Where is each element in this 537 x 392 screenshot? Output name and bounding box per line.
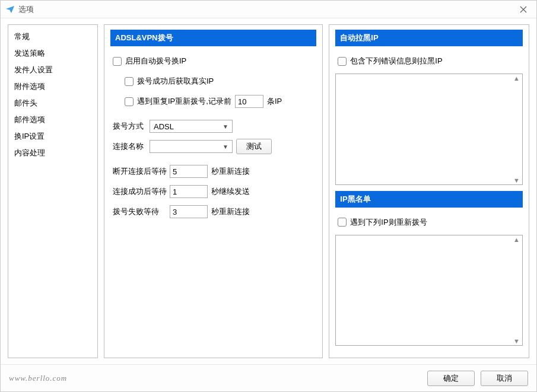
right-panel: 自动拉黑IP 包含下列错误信息则拉黑IP ▲ ▼ IP黑名单 遇到下列IP则重新… — [329, 24, 529, 358]
ip-blacklist-label: 遇到下列IP则重新拨号 — [350, 217, 427, 228]
auto-block-check-row: 包含下列错误信息则拉黑IP — [335, 53, 523, 69]
ip-blacklist-header: IP黑名单 — [335, 191, 523, 208]
auto-block-label: 包含下列错误信息则拉黑IP — [350, 56, 442, 66]
auto-block-checkbox[interactable] — [338, 57, 347, 66]
options-window: 选项 常规 发送策略 发件人设置 附件选项 邮件头 邮件选项 换IP设置 内容处… — [0, 0, 537, 392]
titlebar: 选项 — [1, 1, 536, 18]
conn-success-wait-row: 连接成功后等待 秒继续发送 — [110, 184, 316, 199]
window-title: 选项 — [18, 4, 515, 15]
chevron-down-icon: ▼ — [223, 144, 228, 150]
auto-block-textarea[interactable] — [335, 74, 523, 185]
sidebar-item-ip-settings[interactable]: 换IP设置 — [8, 128, 97, 145]
dialog-body: 常规 发送策略 发件人设置 附件选项 邮件头 邮件选项 换IP设置 内容处理 A… — [1, 18, 536, 364]
dup-ip-suffix-label: 条IP — [267, 96, 282, 107]
dialog-footer: www.berllo.com 确定 取消 — [1, 364, 536, 391]
adsl-header: ADSL&VPN拨号 — [110, 30, 316, 46]
enable-auto-dial-row: 启用自动拨号换IP — [110, 53, 316, 69]
get-real-ip-row: 拨号成功后获取真实IP — [110, 74, 316, 89]
sidebar-item-content-processing[interactable]: 内容处理 — [8, 145, 97, 161]
conn-name-label: 连接名称 — [113, 141, 146, 152]
sidebar-item-send-strategy[interactable]: 发送策略 — [8, 45, 97, 62]
conn-success-wait-label: 连接成功后等待 — [113, 186, 166, 197]
conn-name-row: 连接名称 ▼ 测试 — [110, 139, 316, 154]
dial-method-value: ADSL — [154, 122, 174, 131]
ok-button[interactable]: 确定 — [427, 371, 475, 386]
sidebar-item-attachment-options[interactable]: 附件选项 — [8, 78, 97, 95]
dial-fail-wait-label: 拨号失败等待 — [113, 206, 166, 217]
main-area: ADSL&VPN拨号 启用自动拨号换IP 拨号成功后获取真实IP 遇到重复IP重… — [104, 24, 529, 358]
adsl-panel: ADSL&VPN拨号 启用自动拨号换IP 拨号成功后获取真实IP 遇到重复IP重… — [104, 24, 323, 358]
dup-ip-input[interactable] — [235, 95, 263, 108]
ip-blacklist-textarea-wrap: ▲ ▼ — [335, 235, 523, 346]
ip-blacklist-check-row: 遇到下列IP则重新拨号 — [335, 215, 523, 230]
disconnect-wait-row: 断开连接后等待 秒重新连接 — [110, 164, 316, 179]
auto-block-header: 自动拉黑IP — [335, 30, 523, 46]
conn-name-select[interactable]: ▼ — [150, 140, 233, 153]
sidebar-item-mail-header[interactable]: 邮件头 — [8, 95, 97, 111]
footer-link[interactable]: www.berllo.com — [9, 374, 421, 383]
dial-method-row: 拨号方式 ADSL ▼ — [110, 119, 316, 134]
auto-block-textarea-wrap: ▲ ▼ — [335, 74, 523, 185]
get-real-ip-checkbox[interactable] — [125, 77, 134, 86]
conn-success-wait-input[interactable] — [170, 185, 208, 198]
dial-fail-wait-input[interactable] — [170, 205, 208, 218]
conn-success-wait-suffix: 秒继续发送 — [211, 186, 250, 197]
dup-ip-row: 遇到重复IP重新拨号,记录前 条IP — [110, 94, 316, 109]
ip-blacklist-checkbox[interactable] — [338, 218, 347, 227]
dial-fail-wait-row: 拨号失败等待 秒重新连接 — [110, 204, 316, 219]
dial-fail-wait-suffix: 秒重新连接 — [211, 206, 250, 217]
close-icon[interactable] — [515, 1, 532, 18]
enable-auto-dial-checkbox[interactable] — [113, 57, 122, 66]
sidebar-item-sender-settings[interactable]: 发件人设置 — [8, 62, 97, 78]
app-icon — [5, 5, 15, 14]
disconnect-wait-input[interactable] — [170, 165, 208, 178]
sidebar-item-general[interactable]: 常规 — [8, 28, 97, 45]
test-button[interactable]: 测试 — [236, 139, 272, 154]
sidebar-item-mail-options[interactable]: 邮件选项 — [8, 111, 97, 128]
dup-ip-checkbox[interactable] — [125, 97, 134, 106]
enable-auto-dial-label: 启用自动拨号换IP — [125, 56, 186, 66]
get-real-ip-label: 拨号成功后获取真实IP — [137, 76, 214, 87]
sidebar: 常规 发送策略 发件人设置 附件选项 邮件头 邮件选项 换IP设置 内容处理 — [8, 24, 98, 358]
dial-method-select[interactable]: ADSL ▼ — [150, 120, 233, 133]
dup-ip-prefix-label: 遇到重复IP重新拨号,记录前 — [137, 96, 231, 107]
disconnect-wait-suffix: 秒重新连接 — [211, 166, 250, 177]
chevron-down-icon: ▼ — [223, 123, 228, 130]
ip-blacklist-textarea[interactable] — [335, 235, 523, 346]
disconnect-wait-label: 断开连接后等待 — [113, 166, 166, 177]
cancel-button[interactable]: 取消 — [481, 371, 528, 386]
dial-method-label: 拨号方式 — [113, 121, 146, 132]
